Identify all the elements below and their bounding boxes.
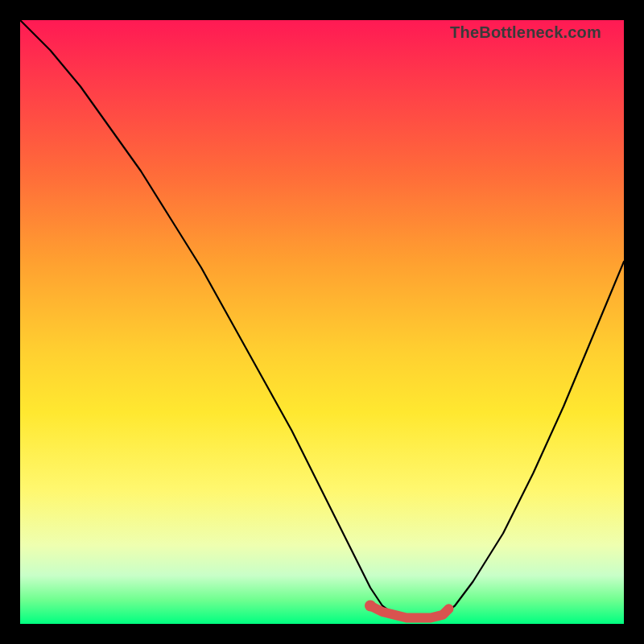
chart-plot-area: TheBottleneck.com bbox=[20, 20, 624, 624]
chart-svg bbox=[20, 20, 624, 624]
series-bottleneck-curve bbox=[20, 20, 624, 618]
chart-container: TheBottleneck.com bbox=[0, 0, 644, 644]
series-optimal-highlight bbox=[370, 606, 449, 618]
marker-optimal-point bbox=[365, 601, 376, 612]
